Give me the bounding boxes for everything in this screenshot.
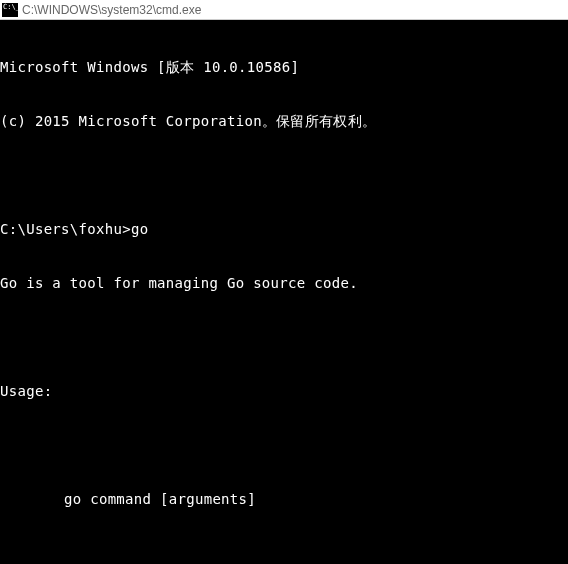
typed-command: go [131, 220, 148, 238]
cmd-icon [2, 3, 18, 17]
window-titlebar: C:\WINDOWS\system32\cmd.exe [0, 0, 568, 20]
terminal-output[interactable]: Microsoft Windows [版本 10.0.10586] (c) 20… [0, 20, 568, 564]
go-intro: Go is a tool for managing Go source code… [0, 274, 568, 292]
blank-line [0, 544, 568, 562]
blank-line [0, 328, 568, 346]
window-title: C:\WINDOWS\system32\cmd.exe [22, 3, 201, 17]
prompt-line: C:\Users\foxhu>go [0, 220, 568, 238]
blank-line [0, 166, 568, 184]
copyright-line: (c) 2015 Microsoft Corporation。保留所有权利。 [0, 112, 568, 130]
prompt-path: C:\Users\foxhu> [0, 220, 131, 238]
blank-line [0, 436, 568, 454]
usage-syntax: go command [arguments] [64, 490, 256, 508]
os-version-line: Microsoft Windows [版本 10.0.10586] [0, 58, 568, 76]
usage-text: go command [arguments] [0, 490, 568, 508]
usage-label: Usage: [0, 382, 568, 400]
